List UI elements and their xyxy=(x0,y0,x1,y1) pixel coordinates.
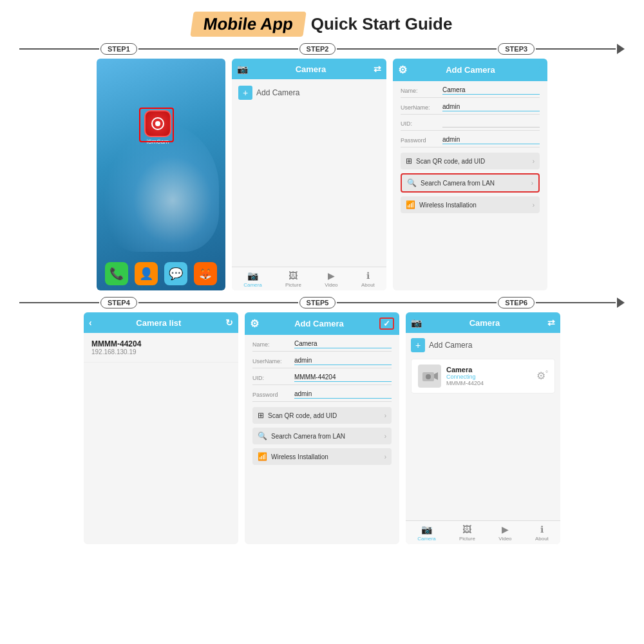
step5-name-label: Name: xyxy=(252,341,294,348)
step2-footer: 📷 Camera 🖼 Picture ▶ Video ℹ About xyxy=(232,267,386,290)
plus-icon: + xyxy=(243,88,248,98)
step6-add-label: Add Camera xyxy=(429,341,472,350)
step6-cam-status: Connecting xyxy=(446,374,531,380)
footer-picture[interactable]: 🖼 Picture xyxy=(285,270,301,288)
footer-camera-label: Camera xyxy=(243,282,261,288)
phone-dock-uc[interactable]: 🦊 xyxy=(194,262,217,285)
step3-username-label: UserName: xyxy=(401,104,442,111)
step6-gear-icon[interactable]: ⚙° xyxy=(536,370,548,382)
footer-video[interactable]: ▶ Video xyxy=(325,270,337,288)
step5-uid-label: UID: xyxy=(252,375,294,381)
step3-wireless[interactable]: 📶 Wireless Installation › xyxy=(401,196,540,213)
step5-search-lan[interactable]: 🔍 Search Camera from LAN › xyxy=(252,428,392,444)
step5-check-icon: ✓ xyxy=(383,319,390,328)
step5-username-value[interactable]: admin xyxy=(294,357,392,365)
gear-sup: ° xyxy=(545,370,548,377)
step5-qr-icon: ⊞ xyxy=(258,411,264,420)
step4-refresh[interactable]: ↻ xyxy=(225,317,233,328)
step5-form: Name: Camera UserName: admin UID: MMMM-4… xyxy=(245,335,399,544)
step6-footer-camera[interactable]: 📷 Camera xyxy=(417,524,435,542)
step6-footer: 📷 Camera 🖼 Picture ▶ Video ℹ About xyxy=(406,520,560,544)
scan-qr-arrow: › xyxy=(533,158,535,165)
step6-header: 📷 Camera ⇄ xyxy=(406,312,560,333)
step5-wifi-icon: 📶 xyxy=(258,452,267,461)
footer-about[interactable]: ℹ About xyxy=(361,270,375,288)
scan-qr-label: Scan QR code, add UID xyxy=(416,158,485,165)
step2-header-icon: 📷 xyxy=(237,64,248,74)
step6-header-action: ⇄ xyxy=(547,317,555,328)
step5-name-value[interactable]: Camera xyxy=(294,340,392,348)
step5-password-label: Password xyxy=(252,392,294,398)
step2-badge: STEP2 xyxy=(299,43,336,55)
wireless-arrow: › xyxy=(533,202,535,209)
step2-screen: 📷 Camera ⇄ + Add Camera 📷 Camera 🖼 Pictu… xyxy=(232,59,386,290)
step6-footer-about-icon: ℹ xyxy=(540,524,544,535)
step3-name-label: Name: xyxy=(401,88,442,94)
step3-scan-qr[interactable]: ⊞ Scan QR code, add UID › xyxy=(401,153,540,169)
title-area: Mobile App Quick Start Guide xyxy=(0,0,644,43)
step6-footer-video[interactable]: ▶ Video xyxy=(498,524,511,542)
step5-username-row: UserName: admin xyxy=(252,357,392,368)
step6-footer-camera-label: Camera xyxy=(417,536,435,542)
step1-badge: STEP1 xyxy=(100,43,137,55)
step3-search-lan[interactable]: 🔍 Search Camera from LAN › xyxy=(401,173,540,193)
step3-name-value[interactable]: Camera xyxy=(442,86,540,95)
step5-name-row: Name: Camera xyxy=(252,340,392,352)
svg-point-4 xyxy=(426,374,431,379)
step4-back[interactable]: ‹ xyxy=(89,317,92,328)
step6-camera-info: Camera Connecting MMMM-44204 xyxy=(446,366,531,386)
search-lan-label: Search Camera from LAN xyxy=(421,180,495,187)
step3-uid-row: UID: xyxy=(401,120,540,131)
step5-header-title: Add Camera xyxy=(294,319,344,328)
step3-header-title: Add Camera xyxy=(446,65,495,75)
phone-dock-message[interactable]: 💬 xyxy=(164,262,187,285)
step6-footer-picture[interactable]: 🖼 Picture xyxy=(459,524,475,542)
step6-camera-item[interactable]: Camera Connecting MMMM-44204 ⚙° xyxy=(411,359,555,393)
step5-scan-qr-arrow: › xyxy=(384,412,386,419)
step6-badge: STEP6 xyxy=(498,297,535,308)
step6-header-title: Camera xyxy=(469,318,500,328)
add-camera-icon: + xyxy=(238,86,252,100)
step5-header: ⚙ Add Camera ✓ xyxy=(245,312,399,335)
step3-username-value[interactable]: admin xyxy=(442,103,540,111)
step4-screen: ‹ Camera list ↻ MMMM-44204 192.168.130.1… xyxy=(84,312,238,544)
step5-scan-qr[interactable]: ⊞ Scan QR code, add UID › xyxy=(252,407,392,424)
step2-add-camera[interactable]: + Add Camera xyxy=(238,86,380,100)
step5-check[interactable]: ✓ xyxy=(379,317,394,330)
step3-password-value[interactable]: admin xyxy=(442,136,540,144)
wifi-icon: 📶 xyxy=(406,200,415,209)
step6-footer-picture-label: Picture xyxy=(459,536,475,542)
step3-uid-value[interactable] xyxy=(442,120,540,128)
step3-check[interactable]: ✓ xyxy=(534,64,542,76)
step5-password-value[interactable]: admin xyxy=(294,390,392,399)
step5-search-icon: 🔍 xyxy=(258,431,267,440)
camera-list-item[interactable]: MMMM-44204 192.168.130.19 xyxy=(84,333,238,363)
step5-username-label: UserName: xyxy=(252,358,294,365)
footer-picture-label: Picture xyxy=(285,282,301,288)
footer-camera-icon: 📷 xyxy=(247,270,258,281)
step6-footer-picture-icon: 🖼 xyxy=(462,524,471,535)
footer-camera[interactable]: 📷 Camera xyxy=(243,270,261,288)
step3-name-row: Name: Camera xyxy=(401,86,540,98)
step5-uid-value[interactable]: MMMM-44204 xyxy=(294,374,392,382)
step3-back[interactable]: ⚙ xyxy=(398,64,407,76)
step5-search-lan-arrow: › xyxy=(384,433,386,440)
step6-footer-about[interactable]: ℹ About xyxy=(535,524,549,542)
step6-footer-about-label: About xyxy=(535,536,549,542)
add-camera-label: Add Camera xyxy=(256,88,299,97)
footer-video-icon: ▶ xyxy=(328,270,335,281)
footer-about-icon: ℹ xyxy=(366,270,370,281)
step5-wireless[interactable]: 📶 Wireless Installation › xyxy=(252,448,392,465)
camera-list-name: MMMM-44204 xyxy=(91,339,231,348)
search-icon: 🔍 xyxy=(407,178,417,187)
phone-dock-contact[interactable]: 👤 xyxy=(135,262,158,285)
footer-about-label: About xyxy=(361,282,375,288)
cam-thumb-svg xyxy=(421,368,438,384)
step5-search-lan-label: Search Camera from LAN xyxy=(271,433,345,440)
step6-footer-camera-icon: 📷 xyxy=(421,524,432,535)
step3-username-row: UserName: admin xyxy=(401,103,540,115)
step6-add-camera[interactable]: + Add Camera xyxy=(411,338,555,352)
step5-back[interactable]: ⚙ xyxy=(250,317,259,330)
phone-dock-call[interactable]: 📞 xyxy=(105,262,128,285)
bottom-arrow xyxy=(617,298,625,308)
